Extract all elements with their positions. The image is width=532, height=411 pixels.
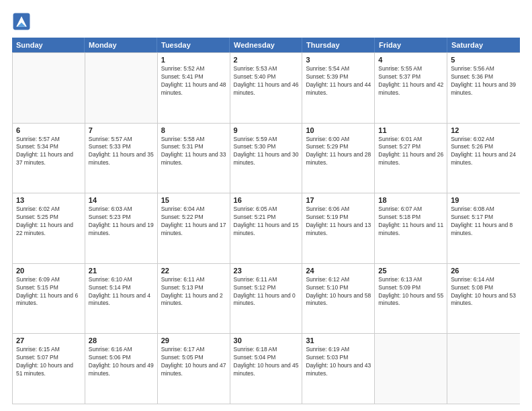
- calendar-cell: 24Sunrise: 6:12 AM Sunset: 5:10 PM Dayli…: [302, 264, 375, 334]
- day-info: Sunrise: 6:11 AM Sunset: 5:12 PM Dayligh…: [234, 276, 299, 308]
- day-info: Sunrise: 6:18 AM Sunset: 5:04 PM Dayligh…: [234, 346, 299, 378]
- calendar-cell: 5Sunrise: 5:56 AM Sunset: 5:36 PM Daylig…: [447, 53, 520, 123]
- weekday-header: Tuesday: [157, 38, 230, 52]
- calendar-cell: 28Sunrise: 6:16 AM Sunset: 5:06 PM Dayli…: [85, 334, 158, 404]
- day-info: Sunrise: 6:15 AM Sunset: 5:07 PM Dayligh…: [16, 346, 81, 378]
- day-number: 9: [234, 126, 299, 134]
- day-info: Sunrise: 5:59 AM Sunset: 5:30 PM Dayligh…: [234, 136, 299, 168]
- day-info: Sunrise: 5:57 AM Sunset: 5:34 PM Dayligh…: [16, 136, 81, 168]
- calendar-cell: [85, 53, 158, 123]
- calendar-cell: [375, 334, 447, 404]
- day-number: 19: [451, 196, 517, 204]
- day-info: Sunrise: 6:19 AM Sunset: 5:03 PM Dayligh…: [306, 346, 371, 378]
- weekday-header: Monday: [85, 38, 157, 52]
- calendar-cell: 3Sunrise: 5:54 AM Sunset: 5:39 PM Daylig…: [302, 53, 375, 123]
- day-number: 21: [89, 267, 154, 275]
- calendar-cell: 26Sunrise: 6:14 AM Sunset: 5:08 PM Dayli…: [447, 264, 520, 334]
- calendar-cell: 7Sunrise: 5:57 AM Sunset: 5:33 PM Daylig…: [85, 124, 158, 193]
- calendar-cell: 20Sunrise: 6:09 AM Sunset: 5:15 PM Dayli…: [13, 264, 85, 334]
- day-info: Sunrise: 6:04 AM Sunset: 5:22 PM Dayligh…: [161, 205, 226, 238]
- day-number: 4: [378, 56, 443, 64]
- day-number: 10: [306, 126, 371, 134]
- calendar-cell: 1Sunrise: 5:52 AM Sunset: 5:41 PM Daylig…: [158, 53, 230, 123]
- day-info: Sunrise: 6:14 AM Sunset: 5:08 PM Dayligh…: [451, 276, 517, 308]
- day-number: 24: [306, 267, 371, 275]
- day-info: Sunrise: 6:11 AM Sunset: 5:13 PM Dayligh…: [161, 276, 226, 308]
- day-number: 14: [89, 196, 154, 204]
- day-number: 13: [16, 196, 81, 204]
- day-info: Sunrise: 6:06 AM Sunset: 5:19 PM Dayligh…: [306, 205, 371, 238]
- logo: [12, 12, 34, 31]
- calendar-cell: 13Sunrise: 6:02 AM Sunset: 5:25 PM Dayli…: [13, 193, 85, 263]
- calendar-cell: 6Sunrise: 5:57 AM Sunset: 5:34 PM Daylig…: [13, 124, 85, 193]
- day-info: Sunrise: 6:17 AM Sunset: 5:05 PM Dayligh…: [161, 346, 226, 378]
- calendar-cell: 11Sunrise: 6:01 AM Sunset: 5:27 PM Dayli…: [375, 124, 447, 193]
- day-number: 12: [451, 126, 517, 134]
- calendar-cell: 19Sunrise: 6:08 AM Sunset: 5:17 PM Dayli…: [447, 193, 520, 263]
- calendar-cell: 25Sunrise: 6:13 AM Sunset: 5:09 PM Dayli…: [375, 264, 447, 334]
- calendar-row: 1Sunrise: 5:52 AM Sunset: 5:41 PM Daylig…: [13, 52, 520, 123]
- calendar-cell: 15Sunrise: 6:04 AM Sunset: 5:22 PM Dayli…: [158, 193, 230, 263]
- day-info: Sunrise: 5:58 AM Sunset: 5:31 PM Dayligh…: [161, 136, 226, 168]
- day-number: 31: [306, 336, 371, 345]
- calendar-cell: 9Sunrise: 5:59 AM Sunset: 5:30 PM Daylig…: [230, 124, 303, 193]
- calendar: SundayMondayTuesdayWednesdayThursdayFrid…: [12, 38, 520, 404]
- day-number: 2: [234, 56, 299, 64]
- day-info: Sunrise: 6:09 AM Sunset: 5:15 PM Dayligh…: [16, 276, 81, 308]
- day-info: Sunrise: 5:55 AM Sunset: 5:37 PM Dayligh…: [378, 65, 443, 97]
- calendar-cell: [13, 53, 85, 123]
- day-info: Sunrise: 6:05 AM Sunset: 5:21 PM Dayligh…: [234, 205, 299, 238]
- day-number: 28: [89, 336, 154, 345]
- weekday-header: Friday: [375, 38, 447, 52]
- day-number: 7: [89, 126, 154, 134]
- weekday-header: Saturday: [447, 38, 520, 52]
- day-info: Sunrise: 6:08 AM Sunset: 5:17 PM Dayligh…: [451, 205, 517, 238]
- calendar-cell: 10Sunrise: 6:00 AM Sunset: 5:29 PM Dayli…: [302, 124, 375, 193]
- day-info: Sunrise: 6:02 AM Sunset: 5:25 PM Dayligh…: [16, 205, 81, 238]
- day-number: 3: [306, 56, 371, 64]
- day-info: Sunrise: 6:16 AM Sunset: 5:06 PM Dayligh…: [89, 346, 154, 378]
- day-number: 29: [161, 336, 226, 345]
- calendar-cell: 30Sunrise: 6:18 AM Sunset: 5:04 PM Dayli…: [230, 334, 303, 404]
- day-info: Sunrise: 6:00 AM Sunset: 5:29 PM Dayligh…: [306, 136, 371, 168]
- weekday-header: Thursday: [302, 38, 375, 52]
- day-info: Sunrise: 6:02 AM Sunset: 5:26 PM Dayligh…: [451, 136, 517, 168]
- calendar-cell: 29Sunrise: 6:17 AM Sunset: 5:05 PM Dayli…: [158, 334, 230, 404]
- day-info: Sunrise: 6:03 AM Sunset: 5:23 PM Dayligh…: [89, 205, 154, 238]
- day-number: 18: [378, 196, 443, 204]
- day-number: 22: [161, 267, 226, 275]
- day-info: Sunrise: 6:01 AM Sunset: 5:27 PM Dayligh…: [378, 136, 443, 168]
- day-number: 25: [378, 267, 443, 275]
- calendar-cell: 21Sunrise: 6:10 AM Sunset: 5:14 PM Dayli…: [85, 264, 158, 334]
- day-info: Sunrise: 5:56 AM Sunset: 5:36 PM Dayligh…: [451, 65, 517, 97]
- weekday-header: Wednesday: [230, 38, 302, 52]
- day-number: 1: [161, 56, 226, 64]
- day-number: 17: [306, 196, 371, 204]
- calendar-cell: 2Sunrise: 5:53 AM Sunset: 5:40 PM Daylig…: [230, 53, 303, 123]
- calendar-cell: 27Sunrise: 6:15 AM Sunset: 5:07 PM Dayli…: [13, 334, 85, 404]
- calendar-cell: 17Sunrise: 6:06 AM Sunset: 5:19 PM Dayli…: [302, 193, 375, 263]
- calendar-body: 1Sunrise: 5:52 AM Sunset: 5:41 PM Daylig…: [12, 52, 520, 404]
- day-info: Sunrise: 5:52 AM Sunset: 5:41 PM Dayligh…: [161, 65, 226, 97]
- calendar-cell: 16Sunrise: 6:05 AM Sunset: 5:21 PM Dayli…: [230, 193, 303, 263]
- day-info: Sunrise: 5:54 AM Sunset: 5:39 PM Dayligh…: [306, 65, 371, 97]
- calendar-row: 13Sunrise: 6:02 AM Sunset: 5:25 PM Dayli…: [13, 193, 520, 263]
- calendar-cell: [447, 334, 520, 404]
- day-number: 16: [234, 196, 299, 204]
- calendar-cell: 14Sunrise: 6:03 AM Sunset: 5:23 PM Dayli…: [85, 193, 158, 263]
- logo-icon: [12, 12, 31, 31]
- calendar-row: 27Sunrise: 6:15 AM Sunset: 5:07 PM Dayli…: [13, 333, 520, 404]
- calendar-row: 20Sunrise: 6:09 AM Sunset: 5:15 PM Dayli…: [13, 263, 520, 334]
- calendar-cell: 4Sunrise: 5:55 AM Sunset: 5:37 PM Daylig…: [375, 53, 447, 123]
- calendar-cell: 23Sunrise: 6:11 AM Sunset: 5:12 PM Dayli…: [230, 264, 303, 334]
- calendar-cell: 12Sunrise: 6:02 AM Sunset: 5:26 PM Dayli…: [447, 124, 520, 193]
- weekday-header: Sunday: [12, 38, 85, 52]
- calendar-cell: 18Sunrise: 6:07 AM Sunset: 5:18 PM Dayli…: [375, 193, 447, 263]
- calendar-header: SundayMondayTuesdayWednesdayThursdayFrid…: [12, 38, 520, 52]
- calendar-cell: 22Sunrise: 6:11 AM Sunset: 5:13 PM Dayli…: [158, 264, 230, 334]
- day-number: 23: [234, 267, 299, 275]
- day-number: 30: [234, 336, 299, 345]
- day-info: Sunrise: 6:07 AM Sunset: 5:18 PM Dayligh…: [378, 205, 443, 238]
- day-number: 8: [161, 126, 226, 134]
- day-number: 15: [161, 196, 226, 204]
